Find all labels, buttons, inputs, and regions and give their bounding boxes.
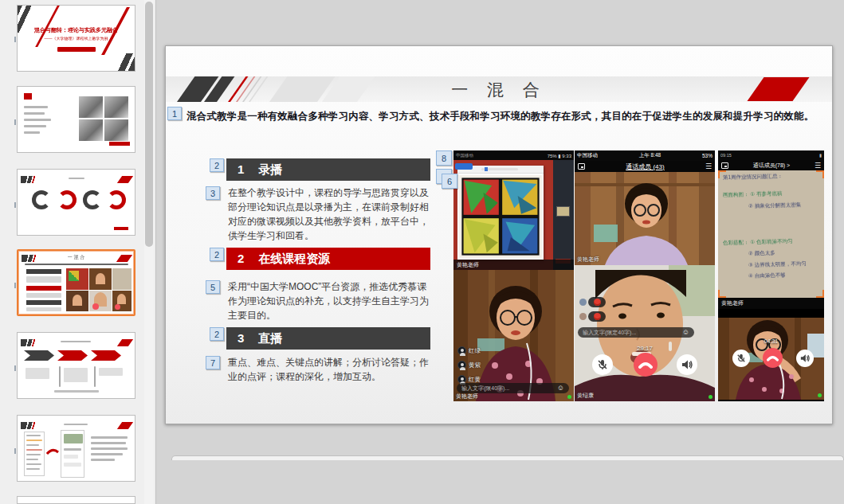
phone-screenshot-1[interactable]: 中国移动 75% ▮ 9:33: [453, 150, 574, 401]
hang-up-button[interactable]: [763, 348, 783, 368]
notes-line: 画面构图： ① 有参考底稿: [723, 190, 783, 199]
notes-line: ③ 边界线太明显，不均匀: [748, 260, 807, 269]
battery-label: 53%: [702, 153, 712, 158]
phone-screenshot-3[interactable]: 09:15 ▮ 通话成员(78) > ☰ 第1周作业情况问题汇总： 画面构图： …: [718, 150, 824, 401]
emoji-reaction: [579, 311, 606, 322]
chat-name: 红绿: [469, 347, 481, 355]
clock-label: 上午 8:48: [639, 152, 661, 159]
shared-artwork-window: [457, 166, 544, 260]
battery-time-label: 75% ▮ 9:33: [548, 153, 571, 158]
battery-icon: ▮: [819, 153, 822, 158]
callout-2c[interactable]: 2: [210, 327, 224, 341]
section-body-live[interactable]: 重点、难点、关键点的讲解；分析讨论答疑；作业的点评；课程的深化，增加互动。: [228, 355, 435, 384]
phone-screenshot-group: 中国移动 75% ▮ 9:33: [453, 150, 824, 401]
section-header-live[interactable]: 3直播: [226, 327, 430, 350]
call-members-title[interactable]: 通话成员(78) >: [728, 162, 815, 170]
teacher-video-purple: 黄艳老师: [575, 172, 715, 265]
participant-name-label: 黄艳老师: [577, 256, 599, 264]
student-video-boy: 输入文字(限定40字)... ☺ 29:17: [575, 265, 715, 401]
online-indicator: [818, 393, 822, 397]
callout-1[interactable]: 1: [167, 107, 182, 120]
slide-thumbnail-3[interactable]: [17, 169, 135, 236]
notes-line: ② 抽象化分解图太密集: [748, 201, 801, 210]
teacher-video-floral-2: 04:31: [718, 318, 824, 400]
carrier-label: 中国移动: [456, 153, 473, 158]
participant-name-label: 黄艳老师: [718, 298, 824, 309]
slide-thumbnail-5[interactable]: [17, 332, 135, 399]
callout-3[interactable]: 3: [206, 186, 220, 200]
chat-input-placeholder: 输入文字(限定40字)...: [583, 327, 636, 338]
scrollbar-thumb[interactable]: [145, 2, 153, 247]
emoji-reaction: [579, 297, 606, 307]
slide-title-band: 一 混 合: [166, 76, 832, 102]
phone1-status-bar: 中国移动 75% ▮ 9:33: [453, 150, 574, 160]
chat-input[interactable]: 输入文字(限定40字)... ☺: [578, 327, 694, 338]
hang-up-button[interactable]: [634, 353, 658, 377]
slide-title: 一 混 合: [166, 79, 832, 101]
emoji-icon[interactable]: ☺: [557, 383, 564, 393]
phone3-status-bar: 09:15 ▮: [718, 150, 824, 160]
speaker-button[interactable]: [796, 350, 814, 367]
chat-message-row: 黄紫: [457, 361, 481, 369]
sidebar-scrollbar[interactable]: [144, 0, 154, 504]
presentation-window: 1 ★ 混合与翻转：理论与实践多元融合 ——《大学物理》课程线上教学为例 2 ★…: [0, 0, 844, 504]
clock-label: 09:15: [720, 153, 732, 158]
phone2-title-bar: 通话成员 (43) ☰: [575, 161, 715, 172]
emoji-icon[interactable]: ☺: [682, 327, 689, 338]
participant-name-label: 黄艳老师: [453, 260, 574, 270]
slide-thumbnail-4-selected[interactable]: 一 混 合: [17, 249, 135, 316]
call-timer: 04:31: [718, 338, 824, 344]
menu-icon[interactable]: ☰: [705, 162, 712, 170]
intro-text[interactable]: 混合式教学是一种有效融合多种学习内容、学习方式、技术手段和学习环境的教学存在形式…: [186, 110, 827, 123]
participant-name-label: 黄艳老师: [456, 393, 478, 400]
call-timer: 29:17: [575, 345, 715, 352]
screen-share-video: 黄艳老师: [453, 160, 574, 270]
notes-pane-edge[interactable]: [171, 455, 844, 460]
callout-7[interactable]: 7: [206, 356, 220, 369]
chat-avatar: [457, 346, 466, 355]
teacher-video-floral: 红绿 黄紫 红黄 输入文字(限40字)... ☺ 黄艳老师: [453, 270, 574, 401]
notes-line: 第1周作业情况问题汇总：: [723, 173, 783, 182]
carrier-label: 中国移动: [577, 152, 598, 159]
slide-thumbnail-7-partial[interactable]: [17, 496, 135, 504]
mute-microphone-button[interactable]: [732, 350, 750, 367]
phone-screenshot-2[interactable]: 中国移动 上午 8:48 53% 通话成员 (43) ☰: [575, 150, 715, 401]
purple-teacher-scene: [575, 172, 715, 265]
callout-8[interactable]: 8: [436, 150, 452, 166]
online-indicator: [567, 395, 571, 399]
speaker-button[interactable]: [677, 354, 697, 375]
callout-5[interactable]: 5: [206, 280, 220, 294]
section-header-online-resources[interactable]: 2在线课程资源: [226, 248, 430, 270]
slide-thumbnail-panel: 1 ★ 混合与翻转：理论与实践多元融合 ——《大学物理》课程线上教学为例 2 ★…: [0, 0, 156, 504]
callout-2a[interactable]: 2: [210, 158, 224, 172]
mute-microphone-button[interactable]: [592, 354, 613, 375]
slide-canvas[interactable]: 一 混 合 1 混合式教学是一种有效融合多种学习内容、学习方式、技术手段和学习环…: [165, 45, 833, 424]
callout-2b[interactable]: 2: [210, 248, 224, 261]
menu-icon[interactable]: ☰: [815, 162, 821, 170]
editing-canvas: 一 混 合 1 混合式教学是一种有效融合多种学习内容、学习方式、技术手段和学习环…: [156, 0, 844, 504]
thumb2-image-grid: [79, 96, 128, 141]
picture-in-picture-icon[interactable]: [578, 163, 585, 170]
slide-thumbnail-6[interactable]: [17, 415, 135, 482]
chat-message-row: 红绿: [457, 346, 481, 355]
phone3-title-bar: 通话成员(78) > ☰: [718, 160, 824, 170]
geometric-artwork-image: [457, 174, 544, 260]
handwritten-notes-video: 第1周作业情况问题汇总： 画面构图： ① 有参考底稿 ② 抽象化分解图太密集 色…: [718, 170, 824, 298]
slide-thumbnail-2[interactable]: [17, 86, 135, 153]
call-members-title[interactable]: 通话成员 (43): [585, 162, 705, 171]
slide-thumbnail-1[interactable]: 混合与翻转：理论与实践多元融合 ——《大学物理》课程线上教学为例: [17, 5, 135, 72]
deck-title: 混合与翻转：理论与实践多元融合: [18, 26, 135, 34]
callout-6[interactable]: 6: [442, 174, 457, 189]
online-indicator: [709, 395, 712, 399]
notes-line: ② 颜色太多: [748, 250, 775, 258]
picture-in-picture-icon[interactable]: [721, 162, 728, 169]
section-body-online-resources[interactable]: 采用“中国大学MOOC”平台资源，推选优秀慕课作为理论知识点的补充，以支持学生自…: [228, 279, 435, 322]
section-body-recorded[interactable]: 在整个教学设计中，课程的导学与思路贯穿以及部分理论知识点是以录播为主，在课前录制…: [228, 186, 435, 243]
section-header-recorded[interactable]: 1录播: [226, 158, 430, 181]
phone2-status-bar: 中国移动 上午 8:48 53%: [575, 150, 715, 161]
chat-name: 红黄: [469, 376, 481, 384]
chat-name: 黄紫: [469, 361, 481, 369]
notes-line: ④ 自由涂色不够: [748, 272, 786, 279]
chat-avatar: [457, 361, 466, 369]
notes-line: 色彩搭配： ① 色彩填涂不均匀: [723, 238, 793, 247]
